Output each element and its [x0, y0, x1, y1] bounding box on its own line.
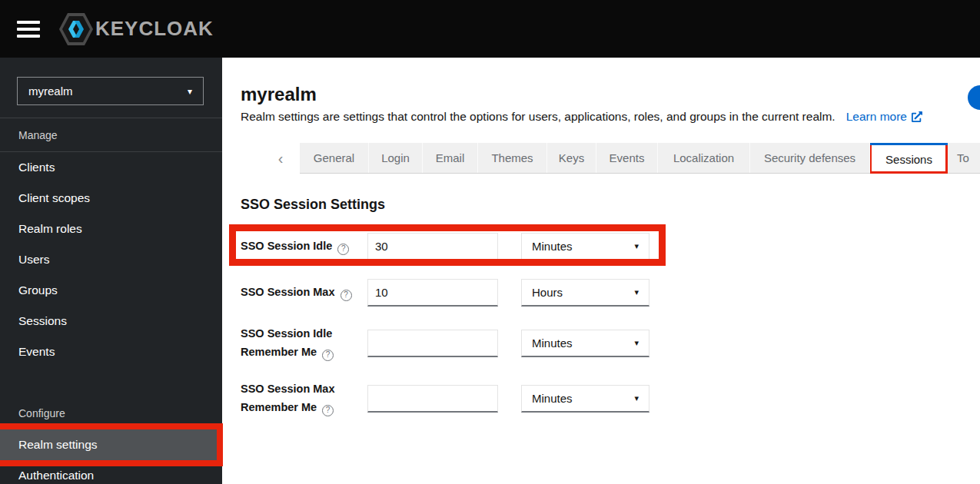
caret-down-icon: ▾ — [634, 287, 639, 297]
form-row-sso-session-max: SSO Session Max? Hours ▾ — [241, 279, 649, 307]
keycloak-hexagon-icon — [58, 11, 94, 48]
tab-sessions-label: Sessions — [885, 153, 932, 166]
nav-section-manage: Manage — [0, 118, 222, 152]
keycloak-logo[interactable]: KEYCLOAK — [58, 11, 214, 48]
sso-session-max-label: SSO Session Max? — [241, 283, 367, 302]
sidebar-item-events[interactable]: Events — [0, 336, 222, 367]
page-description: Realm settings are settings that control… — [241, 110, 835, 124]
realm-selector[interactable]: myrealm ▾ — [17, 77, 204, 105]
tab-email[interactable]: Email — [423, 143, 478, 173]
realm-selector-value: myrealm — [28, 85, 73, 98]
page-title: myrealm — [241, 84, 980, 105]
sso-session-settings-form: SSO Session Idle? Minutes ▾ SSO Session … — [241, 233, 980, 417]
help-icon[interactable]: ? — [322, 350, 334, 361]
sso-session-idle-label: SSO Session Idle? — [241, 237, 367, 256]
caret-down-icon: ▾ — [634, 241, 639, 251]
caret-down-icon: ▾ — [634, 338, 639, 348]
sso-session-max-unit-select[interactable]: Hours ▾ — [521, 279, 649, 307]
tab-keys[interactable]: Keys — [547, 143, 596, 173]
brand-name: KEYCLOAK — [95, 17, 214, 41]
sidebar-item-authentication[interactable]: Authentication — [0, 460, 222, 484]
sidebar-item-clients[interactable]: Clients — [0, 152, 222, 183]
sidebar-item-client-scopes[interactable]: Client scopes — [0, 183, 222, 214]
form-row-sso-session-idle: SSO Session Idle? Minutes ▾ — [241, 233, 649, 260]
tab-themes[interactable]: Themes — [478, 143, 547, 173]
sso-session-idle-input[interactable] — [367, 233, 498, 260]
sso-session-idle-remember-me-input[interactable] — [367, 330, 498, 357]
tab-events[interactable]: Events — [596, 143, 658, 173]
sso-session-settings-title: SSO Session Settings — [241, 197, 980, 213]
learn-more-link[interactable]: Learn more — [846, 110, 922, 124]
sso-session-idle-unit-value: Minutes — [532, 240, 573, 253]
sidebar-item-users[interactable]: Users — [0, 244, 222, 275]
sso-session-idle-remember-me-label: SSO Session Idle Remember Me? — [241, 325, 367, 362]
tab-security-defenses[interactable]: Security defenses — [750, 143, 870, 173]
main-content: myrealm Realm settings are settings that… — [222, 58, 980, 484]
sidebar-item-realm-settings-label: Realm settings — [18, 438, 98, 452]
caret-down-icon: ▾ — [634, 393, 639, 403]
top-bar: KEYCLOAK — [0, 0, 980, 58]
tab-bar: ‹ General Login Email Themes Keys Events… — [241, 143, 980, 174]
sso-session-idle-remember-me-unit-value: Minutes — [532, 336, 573, 350]
hamburger-menu-icon[interactable] — [17, 21, 40, 38]
tabs: General Login Email Themes Keys Events L… — [300, 143, 980, 174]
sidebar-item-realm-settings[interactable]: Realm settings — [0, 429, 222, 460]
sso-session-max-input[interactable] — [367, 279, 498, 307]
sidebar-item-realm-roles[interactable]: Realm roles — [0, 214, 222, 244]
external-link-icon — [912, 111, 922, 122]
nav-section-configure: Configure — [0, 396, 222, 429]
help-icon[interactable]: ? — [337, 244, 349, 255]
caret-down-icon: ▾ — [188, 86, 192, 97]
form-row-sso-session-max-remember-me: SSO Session Max Remember Me? Minutes ▾ — [241, 380, 649, 417]
sidebar: myrealm ▾ Manage Clients Client scopes R… — [0, 58, 222, 484]
tab-scroll-left-chevron-icon[interactable]: ‹ — [273, 143, 288, 174]
sso-session-max-remember-me-unit-select[interactable]: Minutes ▾ — [521, 385, 649, 413]
sso-session-max-remember-me-input[interactable] — [367, 385, 498, 413]
tab-sessions[interactable]: Sessions — [870, 143, 948, 174]
sidebar-item-groups[interactable]: Groups — [0, 275, 222, 306]
tab-general[interactable]: General — [300, 143, 369, 173]
form-row-sso-session-idle-remember-me: SSO Session Idle Remember Me? Minutes ▾ — [241, 325, 649, 362]
sso-session-max-remember-me-unit-value: Minutes — [532, 392, 573, 405]
sso-session-idle-remember-me-unit-select[interactable]: Minutes ▾ — [521, 330, 649, 357]
sso-session-max-remember-me-label: SSO Session Max Remember Me? — [241, 380, 367, 417]
sso-session-max-unit-value: Hours — [532, 286, 563, 299]
tab-tokens-cutoff[interactable]: To — [948, 143, 980, 173]
sso-session-idle-unit-select[interactable]: Minutes ▾ — [521, 233, 649, 260]
help-icon[interactable]: ? — [341, 290, 352, 301]
tab-localization[interactable]: Localization — [658, 143, 750, 173]
sidebar-item-sessions[interactable]: Sessions — [0, 306, 222, 336]
realm-selector-wrap: myrealm ▾ — [0, 58, 222, 118]
help-icon[interactable]: ? — [322, 405, 334, 416]
tab-login[interactable]: Login — [369, 143, 423, 173]
learn-more-label: Learn more — [846, 110, 907, 124]
